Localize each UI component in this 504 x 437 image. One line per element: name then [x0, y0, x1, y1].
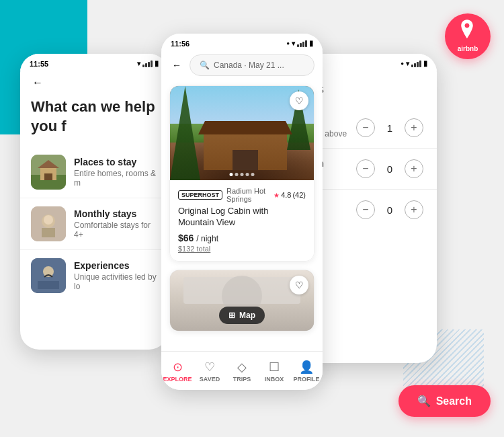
profile-icon: 👤: [299, 360, 314, 374]
battery-icon-center: ▮: [309, 39, 313, 48]
page-title-left: What can we help you f: [20, 97, 168, 147]
airbnb-logo: airbnb: [445, 13, 491, 59]
profile-label: PROFILE: [293, 376, 319, 383]
nav-profile[interactable]: 👤 PROFILE: [290, 360, 323, 383]
listing-card-1[interactable]: ♡ SUPERHOST Radium Hot Springs ★ 4.8 (42…: [169, 85, 314, 262]
back-button-left[interactable]: ←: [28, 73, 47, 92]
guest-counter-infants: − 0 +: [356, 200, 423, 219]
monthly-text: Monthly stays Comfortable stays for 4+: [74, 208, 157, 239]
cabin-door: [233, 150, 257, 170]
wifi-icon-center: ▾: [292, 40, 295, 47]
rating-value: 4.8: [281, 191, 291, 199]
battery-icon-right: ▮: [423, 59, 427, 68]
infants-count: 0: [384, 204, 395, 216]
monthly-thumbnail: [31, 206, 66, 241]
rating-count: (42): [292, 191, 306, 199]
svg-rect-4: [44, 173, 52, 180]
trips-icon: ◇: [237, 360, 247, 374]
listing-card-2[interactable]: ♡ ⊞ Map: [169, 270, 314, 331]
status-icons-center: ● ▾ ▮: [286, 39, 313, 48]
experiences-thumbnail: [31, 258, 66, 293]
search-btn-label: Search: [436, 395, 472, 407]
listing-location: Radium Hot Springs: [226, 187, 269, 203]
price-row: $66 / night: [178, 233, 306, 243]
decrement-children[interactable]: −: [356, 159, 375, 178]
children-count: 0: [384, 163, 395, 175]
menu-item-places[interactable]: Places to stay Entire homes, rooms & m: [20, 147, 168, 198]
map-button[interactable]: ⊞ Map: [219, 307, 265, 324]
svg-rect-11: [38, 281, 59, 289]
guest-counter-adults: − 1 +: [356, 118, 423, 137]
cabin-body: [204, 133, 287, 170]
search-btn-icon: 🔍: [417, 395, 431, 407]
inbox-icon: ☐: [269, 360, 280, 374]
signal-icon: [142, 61, 153, 67]
dot-icon-right: ●: [401, 61, 404, 67]
image-dots: [230, 173, 255, 176]
battery-icon: ▮: [155, 59, 159, 68]
price-total: $132 total: [178, 245, 306, 253]
nav-trips[interactable]: ◇ TRIPS: [226, 360, 258, 383]
search-button[interactable]: 🔍 Search: [398, 385, 491, 417]
saved-label: SAVED: [200, 376, 220, 383]
cabin-roof: [198, 121, 292, 134]
search-bar[interactable]: 🔍 Canada · May 21 ...: [190, 54, 314, 76]
decrement-infants[interactable]: −: [356, 200, 375, 219]
star-icon: ★: [274, 192, 280, 199]
nav-explore[interactable]: ⊙ EXPLORE: [161, 360, 194, 383]
places-thumbnail: [31, 155, 66, 190]
wishlist-button-1[interactable]: ♡: [290, 91, 308, 110]
listing-rating: ★ 4.8 (42): [274, 191, 306, 199]
map-label: Map: [239, 311, 255, 320]
experiences-subtitle: Unique activities led by lo: [74, 272, 157, 291]
listing-image-2: ♡ ⊞ Map: [170, 270, 314, 331]
decrement-adults[interactable]: −: [356, 118, 375, 137]
saved-icon: ♡: [204, 360, 215, 374]
map-icon: ⊞: [228, 311, 235, 320]
increment-children[interactable]: +: [405, 159, 423, 178]
listing-title-1: Original Log Cabin with Mountain View: [178, 206, 306, 229]
increment-adults[interactable]: +: [405, 118, 423, 137]
dot-4: [246, 173, 249, 176]
search-text: Canada · May 21 ...: [214, 61, 284, 70]
dot-5: [251, 173, 255, 176]
superhost-badge: SUPERHOST: [178, 190, 222, 200]
wifi-icon: ▾: [137, 60, 140, 67]
status-icons-left: ▾ ▮: [137, 59, 159, 68]
explore-icon: ⊙: [173, 360, 183, 374]
places-title: Places to stay: [74, 157, 157, 167]
dot-1: [230, 173, 233, 176]
phone-center: 11:56 ● ▾ ▮ ← 🔍 Canada · May 21 ...: [161, 34, 323, 390]
monthly-subtitle: Comfortable stays for 4+: [74, 221, 157, 239]
explore-label: EXPLORE: [163, 376, 192, 383]
listing-image-1: ♡: [170, 86, 314, 180]
guest-counter-children: − 0 +: [356, 159, 423, 178]
back-button-center[interactable]: ←: [169, 58, 184, 73]
superhost-row: SUPERHOST Radium Hot Springs ★ 4.8 (42): [178, 187, 306, 203]
bottom-navigation: ⊙ EXPLORE ♡ SAVED ◇ TRIPS ☐ INBOX 👤 PROF…: [161, 351, 323, 390]
airbnb-text: airbnb: [458, 45, 478, 53]
status-icons-right: ● ▾ ▮: [401, 59, 427, 68]
airbnb-logo-content: airbnb: [458, 19, 478, 53]
nav-inbox[interactable]: ☐ INBOX: [258, 360, 290, 383]
wifi-icon-right: ▾: [406, 60, 409, 67]
search-row: ← 🔍 Canada · May 21 ...: [161, 50, 323, 81]
time-left: 11:55: [30, 60, 48, 68]
dot-3: [241, 173, 244, 176]
trips-label: TRIPS: [233, 376, 251, 383]
places-text: Places to stay Entire homes, rooms & m: [74, 157, 157, 188]
price-unit: / night: [196, 234, 218, 243]
nav-saved[interactable]: ♡ SAVED: [194, 360, 226, 383]
status-bar-center: 11:56 ● ▾ ▮: [161, 34, 323, 50]
menu-item-monthly[interactable]: Monthly stays Comfortable stays for 4+: [20, 198, 168, 250]
increment-infants[interactable]: +: [405, 200, 423, 219]
wishlist-button-2[interactable]: ♡: [290, 276, 308, 294]
dot-2: [235, 173, 239, 176]
menu-item-experiences[interactable]: Experiences Unique activities led by lo: [20, 250, 168, 301]
places-subtitle: Entire homes, rooms & m: [74, 169, 157, 188]
signal-icon-center: [297, 40, 307, 47]
search-button-container: 🔍 Search: [398, 385, 491, 417]
phone-left: 11:55 ▾ ▮ ← What can we help you f: [20, 54, 168, 350]
monthly-title: Monthly stays: [74, 208, 157, 219]
experiences-text: Experiences Unique activities led by lo: [74, 260, 157, 291]
